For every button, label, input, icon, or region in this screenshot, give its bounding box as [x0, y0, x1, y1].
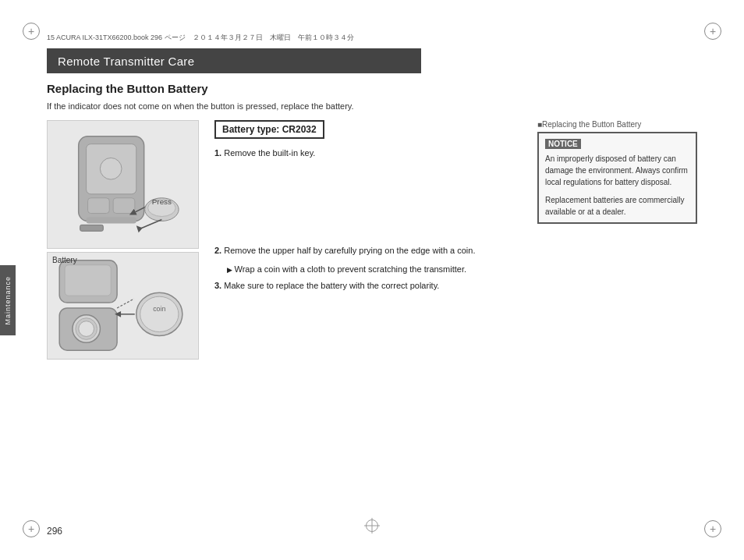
step-2: 2. Remove the upper half by carefully pr…	[214, 244, 522, 257]
svg-rect-4	[88, 198, 110, 214]
svg-rect-6	[87, 217, 136, 223]
battery-label: Battery	[52, 256, 77, 264]
svg-rect-5	[113, 198, 135, 214]
notice-body: An improperly disposed of battery can da…	[545, 153, 689, 188]
section-header: Remote Transmitter Care	[47, 48, 421, 73]
header-info: 15 ACURA ILX-31TX66200.book 296 ページ ２０１４…	[47, 31, 697, 44]
right-column: Battery type: CR2032 1. Remove the built…	[214, 120, 522, 298]
reg-mark-bottom-center	[364, 518, 380, 533]
page-number: 296	[47, 526, 62, 537]
notice-box: NOTICE An improperly disposed of battery…	[537, 132, 697, 224]
section-title: Remote Transmitter Care	[58, 55, 194, 68]
left-column: Press Battery	[47, 120, 199, 360]
step-3-number: 3.	[214, 281, 224, 290]
content-area: Replacing the Button Battery If the indi…	[47, 82, 697, 513]
notice-column: ■Replacing the Button Battery NOTICE An …	[537, 120, 697, 232]
reg-mark-bottom-left	[22, 519, 41, 538]
intro-text: If the indicator does not come on when t…	[47, 101, 697, 111]
notice-title: NOTICE	[545, 139, 581, 149]
svg-point-20	[79, 321, 94, 337]
reg-mark-top-left	[22, 22, 41, 41]
step-2-number: 2.	[214, 246, 224, 255]
step-1: 1. Remove the built-in key.	[214, 147, 522, 160]
svg-point-3	[100, 158, 122, 179]
main-columns: Press Battery	[47, 120, 697, 360]
file-info-text: 15 ACURA ILX-31TX66200.book 296 ページ ２０１４…	[47, 33, 354, 43]
top-image-box: Press	[47, 120, 199, 249]
key-fob-image: Press	[48, 121, 198, 248]
notice-breadcrumb: ■Replacing the Button Battery	[537, 120, 697, 129]
notice-extra: Replacement batteries are commercially a…	[545, 194, 689, 218]
step-2-sub: Wrap a coin with a cloth to prevent scra…	[214, 263, 522, 276]
step-1-number: 1.	[214, 148, 224, 158]
step-3: 3. Make sure to replace the battery with…	[214, 279, 522, 292]
page-subtitle: Replacing the Button Battery	[47, 82, 697, 95]
battery-image: coin	[48, 253, 198, 359]
side-tab: Maintenance	[0, 265, 16, 335]
reg-mark-bottom-right	[703, 519, 722, 538]
svg-text:coin: coin	[153, 305, 165, 313]
battery-type-box: Battery type: CR2032	[214, 120, 324, 139]
step-2-text: Remove the upper half by carefully pryin…	[224, 246, 475, 255]
side-tab-label: Maintenance	[4, 276, 12, 325]
svg-text:Press: Press	[152, 197, 172, 206]
svg-rect-7	[80, 225, 104, 231]
svg-point-22	[140, 296, 179, 331]
step-1-text: Remove the built-in key.	[224, 148, 315, 158]
bottom-image-box: Battery coin	[47, 252, 199, 360]
svg-rect-16	[65, 265, 111, 296]
reg-mark-top-right	[703, 22, 722, 41]
step-3-text: Make sure to replace the battery with th…	[224, 281, 439, 290]
